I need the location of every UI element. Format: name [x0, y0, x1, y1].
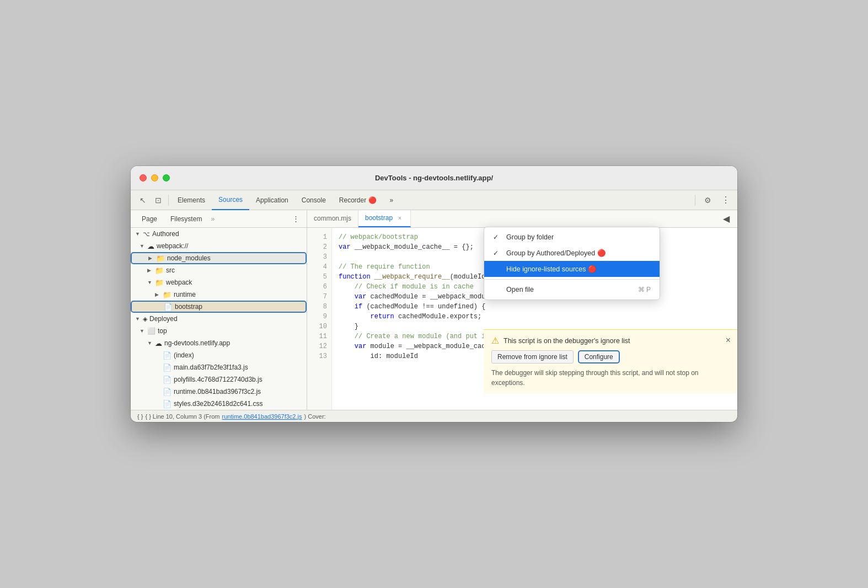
- tab-application[interactable]: Application: [249, 190, 295, 210]
- warning-description: The debugger will skip stepping through …: [491, 368, 730, 388]
- sub-tab-page[interactable]: Page: [135, 210, 164, 228]
- title-bar: DevTools - ng-devtools.netlify.app/: [131, 166, 737, 190]
- tree-item-runtime-js[interactable]: 📄 runtime.0b841bad3967f3c2.js: [131, 386, 307, 398]
- format-icon[interactable]: { }: [137, 413, 143, 420]
- cursor-icon-btn[interactable]: ↖: [135, 193, 151, 208]
- sub-tab-filesystem[interactable]: Filesystem: [164, 210, 208, 228]
- settings-icon-btn[interactable]: ⚙: [700, 193, 715, 208]
- sub-tabs-row: Page Filesystem » ⋮: [131, 210, 307, 228]
- devtools-window: DevTools - ng-devtools.netlify.app/ ↖ ⊡ …: [131, 166, 737, 422]
- tree-item-bootstrap[interactable]: 📄 bootstrap: [131, 301, 307, 313]
- tree-item-styles-css[interactable]: 📄 styles.d3e2b24618d2c641.css: [131, 398, 307, 410]
- tree-item-src[interactable]: ▶ 📁 src: [131, 264, 307, 276]
- warning-title: ⚠ This script is on the debugger's ignor…: [491, 335, 730, 346]
- open-file-shortcut: ⌘ P: [638, 286, 651, 293]
- status-text: { } Line 10, Column 3 (From: [145, 413, 219, 420]
- maximize-button[interactable]: [163, 174, 170, 181]
- tree-item-webpack-folder[interactable]: ▼ 📁 webpack: [131, 276, 307, 288]
- menu-divider: [484, 279, 660, 280]
- check-icon-group-authored: ✓: [493, 249, 502, 257]
- tree-item-node-modules[interactable]: ▶ 📁 node_modules: [131, 252, 307, 264]
- tree-item-webpack-root[interactable]: ▼ ☁ webpack://: [131, 240, 307, 252]
- window-title: DevTools - ng-devtools.netlify.app/: [375, 174, 493, 182]
- tree-item-index[interactable]: 📄 (index): [131, 349, 307, 361]
- configure-btn[interactable]: Configure: [578, 350, 620, 364]
- sidebar-dots-btn[interactable]: ⋮: [289, 212, 302, 226]
- status-bar: { } { } Line 10, Column 3 (From runtime.…: [131, 410, 737, 422]
- file-tabs-row: common.mjs bootstrap × ◀: [307, 210, 737, 228]
- warning-close-btn[interactable]: ×: [726, 335, 731, 345]
- tree-item-polyfills-js[interactable]: 📄 polyfills.4c768d7122740d3b.js: [131, 373, 307, 386]
- line-numbers: 1 2 3 4 5 6 7 8 9 10 11 12 13: [307, 228, 332, 410]
- tab-recorder[interactable]: Recorder 🔴: [333, 190, 383, 210]
- tree-item-authored[interactable]: ▼ ⌥ Authored: [131, 228, 307, 240]
- warning-triangle-icon: ⚠: [491, 335, 499, 346]
- menu-item-hide-ignore-listed[interactable]: Hide ignore-listed sources 🔴: [484, 261, 660, 277]
- traffic-lights: [140, 174, 170, 181]
- tree-item-top[interactable]: ▼ ⬜ top: [131, 325, 307, 337]
- sidebar-more-btn[interactable]: ⋮: [289, 212, 302, 226]
- menu-item-open-file[interactable]: Open file ⌘ P: [484, 282, 660, 297]
- tab-elements[interactable]: Elements: [171, 190, 212, 210]
- more-menu-btn[interactable]: ⋮: [717, 193, 733, 208]
- context-menu: ✓ Group by folder ✓ Group by Authored/De…: [484, 227, 660, 300]
- warning-banner: ⚠ This script is on the debugger's ignor…: [484, 329, 737, 393]
- file-tabs: common.mjs bootstrap ×: [307, 210, 720, 228]
- close-button[interactable]: [140, 174, 147, 181]
- collapse-panel-btn[interactable]: ◀: [720, 212, 733, 226]
- tree-item-main-js[interactable]: 📄 main.da63f7b2fe3f1fa3.js: [131, 361, 307, 373]
- sidebar: Page Filesystem » ⋮ ▼ ⌥ Authored: [131, 210, 307, 410]
- main-content: Page Filesystem » ⋮ ▼ ⌥ Authored: [131, 210, 737, 422]
- menu-item-group-by-authored[interactable]: ✓ Group by Authored/Deployed 🔴: [484, 245, 660, 261]
- tab-more[interactable]: »: [383, 190, 400, 210]
- warning-buttons: Remove from ignore list Configure: [491, 350, 730, 364]
- tab-sources[interactable]: Sources: [212, 190, 249, 210]
- devtools-right-actions: ⚙ ⋮: [693, 193, 733, 208]
- minimize-button[interactable]: [151, 174, 158, 181]
- status-suffix: ) Cover:: [304, 413, 325, 420]
- remove-ignore-btn[interactable]: Remove from ignore list: [491, 350, 574, 364]
- tree-item-ng-devtools[interactable]: ▼ ☁ ng-devtools.netlify.app: [131, 337, 307, 349]
- code-editor-area: common.mjs bootstrap × ◀ 1 2 3: [307, 210, 737, 410]
- file-tab-common-mjs[interactable]: common.mjs: [307, 210, 358, 227]
- tree-item-deployed[interactable]: ▼ ◈ Deployed: [131, 313, 307, 325]
- content-row: Page Filesystem » ⋮ ▼ ⌥ Authored: [131, 210, 737, 410]
- file-tab-close-btn[interactable]: ×: [396, 214, 404, 222]
- check-icon-group-folder: ✓: [493, 233, 502, 241]
- file-tree: ▼ ⌥ Authored ▼ ☁ webpack:// ▶ 📁 nod: [131, 228, 307, 410]
- menu-item-group-by-folder[interactable]: ✓ Group by folder: [484, 229, 660, 245]
- file-tab-bootstrap[interactable]: bootstrap ×: [358, 210, 411, 227]
- status-file-link[interactable]: runtime.0b841bad3967f3c2.js: [222, 413, 302, 420]
- tab-console[interactable]: Console: [295, 190, 333, 210]
- devtools-tab-bar: ↖ ⊡ Elements Sources Application Console…: [131, 190, 737, 210]
- layers-icon-btn[interactable]: ⊡: [151, 193, 166, 208]
- tree-item-runtime[interactable]: ▶ 📁 runtime: [131, 288, 307, 301]
